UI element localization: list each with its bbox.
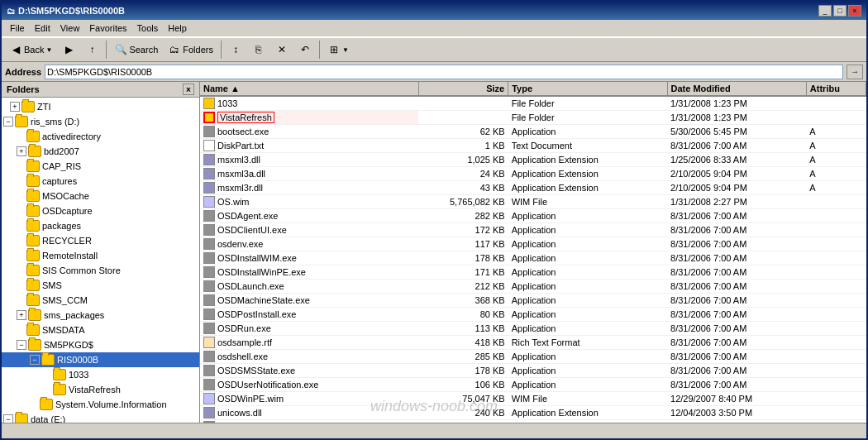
table-row[interactable]: VistaRefresh File Folder 1/31/2008 1:23 … <box>200 111 866 125</box>
search-button[interactable]: 🔍 Search <box>110 41 162 59</box>
expand-zti[interactable]: + <box>10 102 20 112</box>
menu-view[interactable]: View <box>55 22 85 35</box>
menu-file[interactable]: File <box>5 22 30 35</box>
close-button[interactable]: × <box>848 5 861 17</box>
tree-item-cap-ris[interactable]: CAP_RIS <box>2 159 199 174</box>
move-button[interactable]: ↕ <box>225 41 246 59</box>
tree-item-osdcapture[interactable]: OSDcapture <box>2 203 199 218</box>
address-go-button[interactable]: → <box>847 65 863 79</box>
folder-icon-recycler <box>26 235 40 246</box>
table-row[interactable]: winpeshl.ini 321 KB Application 5/30/200… <box>200 420 866 423</box>
file-attr-cell: A <box>806 181 866 195</box>
col-size[interactable]: Size <box>418 82 508 96</box>
tree-item-recycler[interactable]: RECYCLER <box>2 233 199 248</box>
table-row[interactable]: OSDSMSState.exe 178 KB Application 8/31/… <box>200 364 866 378</box>
undo-button[interactable]: ↶ <box>294 41 316 59</box>
table-row[interactable]: OSDWinPE.wim 75,047 KB WIM File 12/29/20… <box>200 392 866 406</box>
tree-item-ris-sms[interactable]: − ris_sms (D:) <box>2 114 199 129</box>
col-name[interactable]: Name ▲ <box>200 82 418 96</box>
tree-item-reinstall[interactable]: RemoteInstall <box>2 248 199 263</box>
table-row[interactable]: unicows.dll 240 KB Application Extension… <box>200 406 866 420</box>
table-row[interactable]: msxml3.dll 1,025 KB Application Extensio… <box>200 153 866 167</box>
expand-ris-sms[interactable]: − <box>3 117 13 127</box>
tree-item-captures[interactable]: captures <box>2 174 199 189</box>
col-attr[interactable]: Attribu <box>806 82 866 96</box>
folder-icon-sms <box>26 280 40 291</box>
menu-favorites[interactable]: Favorites <box>84 22 131 35</box>
table-row[interactable]: OSDUserNotification.exe 106 KB Applicati… <box>200 378 866 392</box>
folders-tree[interactable]: + ZTI − ris_sms (D:) activedirectory <box>2 98 199 423</box>
files-table: Name ▲ Size Type Date Modified Attribu 1… <box>200 82 866 423</box>
tree-item-zti[interactable]: + ZTI <box>2 99 199 114</box>
tree-item-packages[interactable]: packages <box>2 218 199 233</box>
tree-item-bdd2007[interactable]: + bdd2007 <box>2 144 199 159</box>
file-size-cell: 282 KB <box>418 209 508 223</box>
forward-button[interactable]: ▶ <box>58 41 79 59</box>
maximize-button[interactable]: □ <box>833 5 847 17</box>
folders-close-button[interactable]: × <box>183 84 194 95</box>
tree-item-smsdata[interactable]: SMSDATA <box>2 323 199 337</box>
title-bar: 🗂 D:\SM5PKGD$\RIS0000B _ □ × <box>2 2 866 20</box>
tree-item-sms-ccm[interactable]: SMS_CCM <box>2 293 199 308</box>
file-attr-cell <box>806 280 866 294</box>
menu-edit[interactable]: Edit <box>30 22 55 35</box>
table-row[interactable]: msxml3a.dll 24 KB Application Extension … <box>200 167 866 181</box>
tree-item-sis-common-store[interactable]: SIS Common Store <box>2 263 199 278</box>
delete-button[interactable]: ✕ <box>271 41 293 59</box>
move-icon: ↕ <box>229 43 242 56</box>
table-row[interactable]: 1033 File Folder 1/31/2008 1:23 PM <box>200 96 866 111</box>
table-row[interactable]: OSDAgent.exe 282 KB Application 8/31/200… <box>200 209 866 223</box>
table-row[interactable]: OSDInstallWinPE.exe 171 KB Application 8… <box>200 265 866 280</box>
tree-item-vistarefresh-folder[interactable]: VistaRefresh <box>2 382 199 397</box>
address-input[interactable] <box>45 65 843 79</box>
table-row[interactable]: DiskPart.txt 1 KB Text Document 8/31/200… <box>200 139 866 153</box>
tree-item-1033[interactable]: 1033 <box>2 367 199 382</box>
file-size-cell: 368 KB <box>418 294 508 308</box>
table-row[interactable]: OSDLaunch.exe 212 KB Application 8/31/20… <box>200 280 866 294</box>
tree-item-msocache[interactable]: MSOCache <box>2 189 199 203</box>
tree-item-data-e[interactable]: − data (E:) <box>2 412 199 423</box>
menu-tools[interactable]: Tools <box>132 22 164 35</box>
copy-button[interactable]: ⎘ <box>248 41 269 59</box>
up-button[interactable]: ↑ <box>81 41 103 59</box>
table-row[interactable]: OS.wim 5,765,082 KB WIM File 1/31/2008 2… <box>200 195 866 209</box>
expand-data-e[interactable]: − <box>3 414 13 423</box>
expand-bdd2007[interactable]: + <box>17 146 26 156</box>
files-scroll[interactable]: Name ▲ Size Type Date Modified Attribu 1… <box>200 82 866 423</box>
folders-button[interactable]: 🗂 Folders <box>164 41 217 59</box>
expand-smspkgd[interactable]: − <box>17 340 26 350</box>
back-button[interactable]: ◀ Back ▼ <box>5 41 56 59</box>
file-size-cell: 106 KB <box>418 378 508 392</box>
file-size-cell: 75,047 KB <box>418 392 508 406</box>
file-type-cell: Application <box>508 294 667 308</box>
folder-icon-osdcapture <box>26 205 40 217</box>
file-modified-cell: 8/31/2006 7:00 AM <box>667 322 806 336</box>
tree-item-smspkgd[interactable]: − SM5PKGD$ <box>2 337 199 352</box>
table-row[interactable]: OSDClientUI.exe 172 KB Application 8/31/… <box>200 223 866 237</box>
table-row[interactable]: OSDMachineState.exe 368 KB Application 8… <box>200 294 866 308</box>
tree-item-sms-packages[interactable]: + sms_packages <box>2 308 199 323</box>
file-size-cell: 62 KB <box>418 125 508 139</box>
tree-item-activedirectory[interactable]: activedirectory <box>2 129 199 144</box>
file-attr-cell <box>806 406 866 420</box>
views-button[interactable]: ⊞ ▼ <box>323 41 353 59</box>
minimize-button[interactable]: _ <box>818 5 832 17</box>
file-type-cell: Application <box>508 322 667 336</box>
table-row[interactable]: osdenv.exe 117 KB Application 8/31/2006 … <box>200 237 866 251</box>
tree-item-ris0000b[interactable]: − RIS0000B <box>2 352 199 367</box>
col-modified[interactable]: Date Modified <box>667 82 806 96</box>
table-row[interactable]: OSDInstallWIM.exe 178 KB Application 8/3… <box>200 251 866 265</box>
file-size-cell: 240 KB <box>418 406 508 420</box>
table-row[interactable]: osdshell.exe 285 KB Application 8/31/200… <box>200 350 866 364</box>
table-row[interactable]: OSDPostInstall.exe 80 KB Application 8/3… <box>200 308 866 322</box>
table-row[interactable]: msxml3r.dll 43 KB Application Extension … <box>200 181 866 195</box>
expand-sms-packages[interactable]: + <box>17 310 26 320</box>
table-row[interactable]: bootsect.exe 62 KB Application 5/30/2006… <box>200 125 866 139</box>
table-row[interactable]: OSDRun.exe 113 KB Application 8/31/2006 … <box>200 322 866 336</box>
table-row[interactable]: osdsample.rtf 418 KB Rich Text Format 8/… <box>200 336 866 350</box>
expand-ris0000b[interactable]: − <box>30 355 40 365</box>
tree-item-system-volume[interactable]: System.Volume.Information <box>2 397 199 412</box>
tree-item-sms[interactable]: SMS <box>2 278 199 293</box>
menu-help[interactable]: Help <box>163 22 192 35</box>
col-type[interactable]: Type <box>508 82 667 96</box>
